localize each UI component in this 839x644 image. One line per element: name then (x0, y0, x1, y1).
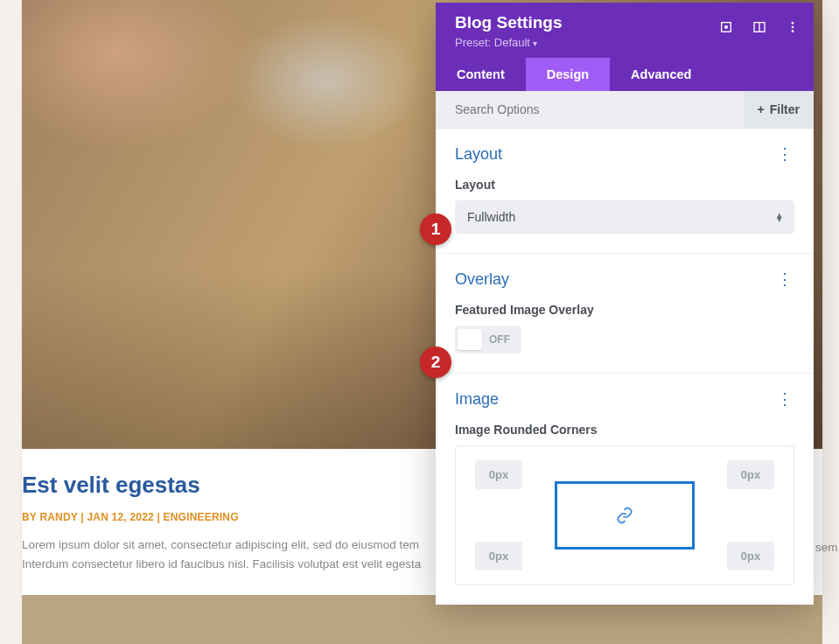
panel-body: Layout ⋮ Layout Fullwidth ▴▾ Overlay ⋮ F… (436, 129, 814, 605)
toggle-state: OFF (482, 333, 519, 346)
corners-label: Image Rounded Corners (455, 423, 794, 437)
blog-settings-panel: Blog Settings Preset: Default Content De… (436, 3, 814, 605)
tab-content[interactable]: Content (436, 58, 526, 91)
link-icon (616, 507, 633, 524)
layout-select[interactable]: Fullwidth ▴▾ (455, 200, 794, 234)
corner-bottom-left[interactable] (475, 542, 522, 570)
section-title-layout[interactable]: Layout (455, 145, 502, 164)
excerpt-overflow: sem (815, 541, 838, 554)
svg-point-6 (792, 30, 794, 32)
tab-design[interactable]: Design (526, 58, 610, 91)
section-menu-icon[interactable]: ⋮ (775, 270, 794, 289)
search-bar: + Filter (436, 91, 814, 129)
columns-icon[interactable] (747, 15, 772, 39)
chevron-updown-icon: ▴▾ (777, 213, 782, 222)
tab-advanced[interactable]: Advanced (610, 58, 814, 91)
layout-label: Layout (455, 178, 794, 192)
link-corners-button[interactable] (555, 481, 695, 550)
svg-point-5 (792, 26, 794, 29)
panel-header[interactable]: Blog Settings Preset: Default (436, 3, 814, 58)
expand-icon[interactable] (714, 15, 738, 39)
corner-top-left[interactable] (475, 460, 522, 489)
toggle-knob (458, 329, 482, 350)
section-menu-icon[interactable]: ⋮ (775, 144, 794, 164)
corner-bottom-right[interactable] (727, 542, 774, 570)
section-overlay: Overlay ⋮ Featured Image Overlay OFF (436, 254, 814, 374)
overlay-label: Featured Image Overlay (455, 303, 794, 317)
svg-point-4 (792, 22, 794, 24)
section-title-overlay[interactable]: Overlay (455, 270, 509, 289)
overlay-toggle[interactable]: OFF (455, 326, 521, 354)
panel-tabs: Content Design Advanced (436, 58, 814, 91)
annotation-badge-2: 2 (420, 346, 451, 378)
svg-point-1 (725, 26, 728, 29)
search-input[interactable] (436, 91, 744, 128)
section-menu-icon[interactable]: ⋮ (775, 389, 794, 409)
filter-label: Filter (770, 102, 800, 116)
annotation-badge-1: 1 (420, 214, 451, 245)
excerpt-line: Interdum consectetur libero id faucibus … (22, 557, 421, 570)
corner-top-right[interactable] (727, 460, 774, 489)
plus-icon: + (758, 102, 765, 116)
filter-button[interactable]: + Filter (744, 91, 814, 128)
section-image: Image ⋮ Image Rounded Corners (436, 374, 814, 605)
layout-value: Fullwidth (467, 210, 515, 224)
more-icon[interactable] (780, 15, 805, 39)
rounded-corners-control (455, 445, 794, 585)
section-layout: Layout ⋮ Layout Fullwidth ▴▾ (436, 129, 814, 254)
section-title-image[interactable]: Image (455, 390, 499, 409)
excerpt-line: Lorem ipsum dolor sit amet, consectetur … (22, 538, 419, 551)
